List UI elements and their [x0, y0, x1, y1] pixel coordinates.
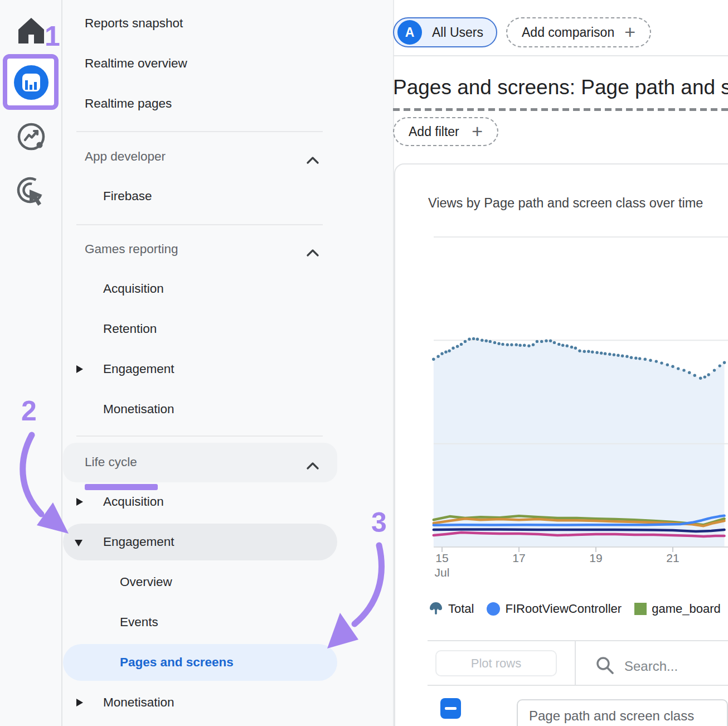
- legend-circle-icon: [487, 602, 500, 616]
- indeterminate-dash-icon: [445, 707, 457, 710]
- advertising-icon: [13, 173, 49, 209]
- plus-icon: +: [624, 22, 635, 41]
- table-toolbar-bottom-border: [428, 685, 728, 686]
- expand-right-icon[interactable]: [76, 699, 83, 706]
- nav-item-lc-pages-screens[interactable]: Pages and screens: [62, 642, 450, 683]
- annotation-underline-bar: [85, 484, 158, 490]
- nav-item-games-retention[interactable]: Retention: [62, 309, 433, 349]
- nav-item-lc-overview[interactable]: Overview: [62, 562, 450, 602]
- annotation-step-2: 2: [21, 395, 37, 427]
- reports-icon: [13, 65, 49, 100]
- nav-item-games-monetisation[interactable]: Monetisation: [62, 389, 433, 429]
- nav-item-games-acquisition[interactable]: Acquisition: [62, 269, 433, 309]
- search-input[interactable]: [623, 656, 726, 677]
- nav-item-games-engagement[interactable]: Engagement: [62, 349, 433, 389]
- rail-home-button[interactable]: [13, 13, 49, 49]
- select-all-checkbox[interactable]: [440, 698, 461, 719]
- header-divider: [393, 55, 728, 56]
- annotation-step-3: 3: [371, 506, 387, 539]
- nav-divider: [76, 131, 323, 132]
- nav-section-app-developer[interactable]: App developer: [62, 137, 415, 177]
- toolbar-divider: [575, 641, 576, 685]
- nav-item-lc-events[interactable]: Events: [62, 602, 450, 642]
- search-icon: [595, 656, 614, 675]
- rail-advertising-button[interactable]: [13, 173, 49, 209]
- legend-item-firootviewcontroller[interactable]: FIRootViewController: [487, 602, 622, 616]
- segment-avatar: A: [397, 20, 422, 45]
- legend-square-icon: [634, 603, 647, 615]
- chevron-up-icon: [307, 458, 319, 473]
- x-axis-label: 21: [666, 551, 679, 565]
- legend-item-total[interactable]: Total: [429, 601, 474, 617]
- nav-section-life-cycle[interactable]: Life cycle: [62, 442, 415, 482]
- add-filter-button[interactable]: Add filter +: [393, 117, 498, 146]
- all-users-segment-chip[interactable]: A All Users: [393, 17, 497, 47]
- sidebar-rail: [0, 0, 61, 726]
- rail-reports-button[interactable]: [13, 65, 49, 100]
- rail-explore-button[interactable]: [13, 120, 49, 156]
- add-comparison-button[interactable]: Add comparison +: [506, 17, 651, 47]
- nav-item-lc-monetisation[interactable]: Monetisation: [62, 683, 433, 723]
- plot-rows-button[interactable]: Plot rows: [435, 650, 557, 676]
- ga4-reports-page: Reports snapshot Realtime overview Realt…: [0, 0, 728, 726]
- nav-item-reports-snapshot[interactable]: Reports snapshot: [62, 3, 415, 43]
- chevron-up-icon: [307, 153, 319, 167]
- explore-icon: [13, 120, 49, 156]
- expand-right-icon[interactable]: [76, 365, 83, 373]
- plus-icon: +: [472, 122, 483, 141]
- nav-item-realtime-pages[interactable]: Realtime pages: [62, 84, 415, 124]
- nav-item-firebase[interactable]: Firebase: [62, 176, 433, 216]
- title-dashed-underline: [393, 108, 728, 111]
- page-title: Pages and screens: Page path and screen …: [393, 76, 728, 99]
- chart-legend: Total FIRootViewController game_board: [429, 596, 728, 622]
- nav-section-games-reporting[interactable]: Games reporting: [62, 229, 415, 269]
- x-axis-label: 19: [589, 551, 602, 565]
- chart-title: Views by Page path and screen class over…: [428, 196, 728, 211]
- table-toolbar-top-border: [428, 640, 728, 641]
- chevron-up-icon: [307, 245, 319, 260]
- nav-item-realtime-overview[interactable]: Realtime overview: [62, 43, 415, 84]
- expand-down-icon[interactable]: [75, 540, 82, 546]
- legend-item-game-board[interactable]: game_board: [634, 602, 721, 616]
- annotation-step-1: 1: [45, 20, 60, 52]
- home-icon: [13, 13, 49, 49]
- chart-card: [394, 163, 728, 726]
- expand-right-icon[interactable]: [76, 498, 83, 506]
- nav-divider: [76, 224, 323, 225]
- dimension-selector-dropdown[interactable]: Page path and screen class: [517, 699, 728, 726]
- total-umbrella-icon: [429, 601, 443, 617]
- x-axis-label: 17: [512, 551, 525, 565]
- nav-divider: [76, 435, 323, 437]
- x-axis-label: 15Jul: [435, 551, 450, 580]
